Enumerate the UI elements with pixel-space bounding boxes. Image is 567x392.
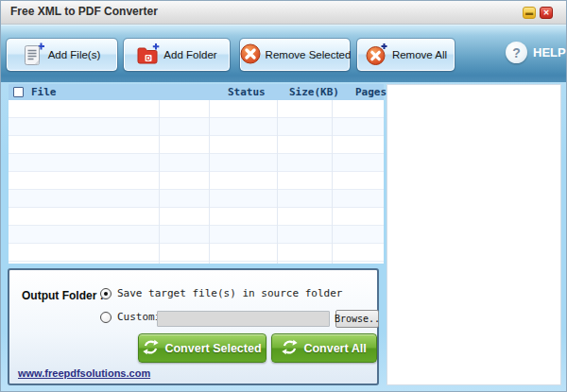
table-row <box>9 208 384 226</box>
output-folder-panel: Output Folder : Save target file(s) in s… <box>8 268 379 385</box>
question-icon: ? <box>506 42 527 63</box>
column-header-file: File <box>31 86 57 98</box>
radio-button-icon[interactable] <box>100 288 112 299</box>
add-files-icon <box>24 42 44 69</box>
add-folder-label: Add Folder <box>163 49 216 60</box>
remove-all-label: Remove All <box>392 49 447 60</box>
table-row <box>9 100 384 118</box>
column-header-size: Size(KB) <box>289 86 339 98</box>
remove-selected-button[interactable]: Remove Selected <box>240 39 350 71</box>
window-title: Free XML to PDF Converter <box>10 5 158 18</box>
remove-all-button[interactable]: Remove All <box>357 39 455 71</box>
minimize-button[interactable]: ▬ <box>523 7 536 19</box>
radio-save-source-label[interactable]: Save target file(s) in source folder <box>117 287 342 299</box>
add-files-button[interactable]: Add File(s) <box>7 39 117 71</box>
sync-icon <box>282 339 298 358</box>
app-window: Free XML to PDF Converter ▬ ✕ Add File(s… <box>0 0 567 392</box>
convert-selected-button[interactable]: Convert Selected <box>138 333 266 363</box>
column-header-status: Status <box>228 86 266 98</box>
table-row <box>9 154 384 172</box>
radio-button-icon[interactable] <box>100 312 112 323</box>
sync-icon <box>143 339 159 358</box>
column-header-pages: Pages <box>355 86 387 98</box>
radio-save-source-folder[interactable]: Save target file(s) in source folder <box>100 287 342 299</box>
browse-button[interactable]: Browse.. <box>335 310 379 328</box>
column-divider <box>332 100 333 264</box>
select-all-checkbox[interactable] <box>13 87 24 97</box>
table-row <box>9 136 384 154</box>
remove-selected-icon <box>239 43 262 67</box>
column-divider <box>277 100 278 264</box>
output-folder-label: Output Folder : <box>22 289 104 302</box>
help-button[interactable]: ? HELP <box>506 42 566 63</box>
title-bar: Free XML to PDF Converter ▬ ✕ <box>1 1 567 25</box>
add-folder-icon: D <box>136 43 160 68</box>
help-label: HELP <box>533 45 566 60</box>
custom-path-input[interactable] <box>157 311 330 327</box>
website-link[interactable]: www.freepdfsolutions.com <box>18 367 150 379</box>
svg-text:D: D <box>146 54 151 60</box>
column-divider <box>159 100 160 264</box>
table-row <box>9 190 384 208</box>
table-row <box>9 172 384 190</box>
table-row <box>9 226 384 244</box>
column-divider <box>209 100 210 264</box>
file-table-header: File Status Size(KB) Pages <box>9 84 384 100</box>
table-row <box>9 118 384 136</box>
preview-panel <box>387 84 561 385</box>
minimize-icon: ▬ <box>525 9 533 17</box>
table-row <box>9 244 384 262</box>
close-button[interactable]: ✕ <box>540 7 553 19</box>
file-table-body <box>9 100 384 264</box>
toolbar: Add File(s) D Add Folder <box>1 25 567 82</box>
convert-all-button[interactable]: Convert All <box>271 333 377 363</box>
close-icon: ✕ <box>543 9 550 17</box>
convert-all-label: Convert All <box>303 342 366 355</box>
remove-selected-label: Remove Selected <box>266 49 352 60</box>
add-folder-button[interactable]: D Add Folder <box>124 39 230 71</box>
browse-label: Browse.. <box>335 314 380 324</box>
remove-all-icon <box>365 43 388 68</box>
convert-selected-label: Convert Selected <box>164 342 261 355</box>
add-files-label: Add File(s) <box>48 49 101 60</box>
file-table: File Status Size(KB) Pages <box>9 84 384 264</box>
